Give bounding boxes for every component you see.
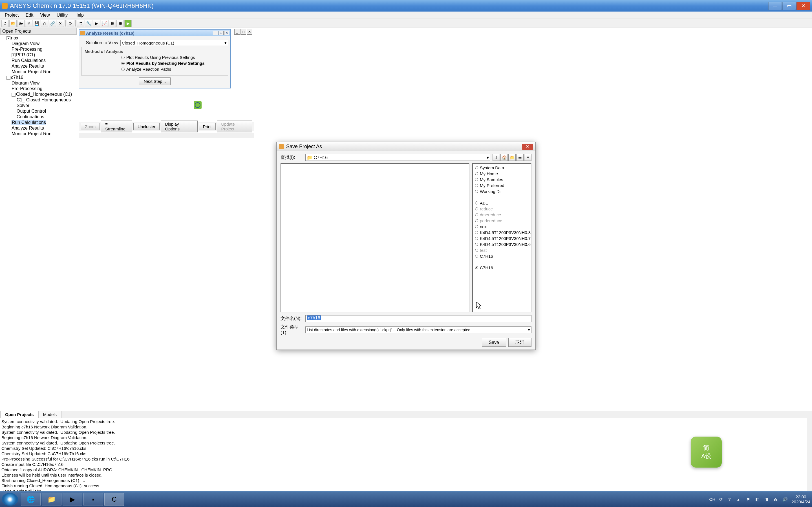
next-step-button[interactable]: Next Step...: [139, 77, 170, 85]
canvas-max-icon[interactable]: □: [241, 29, 246, 35]
tree-nox[interactable]: nox: [11, 36, 18, 40]
side-k2[interactable]: K4D4.5T1200P3V30NH0.7NO0.3: [474, 235, 530, 241]
inner-close-icon[interactable]: ✕: [224, 31, 229, 35]
tb-save-icon[interactable]: 💾: [33, 20, 40, 27]
maximize-button[interactable]: ▭: [782, 2, 796, 10]
side-nox[interactable]: nox: [474, 224, 530, 230]
tree-c7-closed[interactable]: Closed_Homogeneous (C1): [16, 92, 72, 97]
radio-reaction[interactable]: [121, 68, 124, 71]
tray-flag-icon[interactable]: ⚑: [746, 497, 751, 502]
menu-view[interactable]: View: [37, 12, 53, 18]
tree-nox-pfr[interactable]: PFR (C1): [16, 52, 35, 57]
log-panel[interactable]: System connectivity validated. Updating …: [0, 418, 812, 491]
tray-app2-icon[interactable]: ◨: [764, 497, 769, 502]
side-abe[interactable]: ABE: [474, 200, 530, 206]
radio-new[interactable]: [121, 62, 124, 65]
tree-nox-analyze[interactable]: Analyze Results: [11, 63, 75, 69]
tray-volume-icon[interactable]: 🔊: [782, 497, 788, 502]
side-test[interactable]: test: [474, 247, 530, 253]
dialog-titlebar[interactable]: Save Project As ✕: [276, 142, 536, 151]
solution-select[interactable]: Closed_Homogeneous (C1) ▾: [120, 40, 228, 46]
side-k3[interactable]: K4D4.5T1200P3V30NH0.6NO0.4: [474, 241, 530, 247]
start-button[interactable]: [2, 493, 18, 506]
file-list[interactable]: [281, 163, 469, 313]
tb-wrench-icon[interactable]: 🔧: [85, 20, 92, 27]
tree-nox-run[interactable]: Run Calculations: [11, 58, 75, 63]
tree-nox-diagram[interactable]: Diagram View: [11, 41, 75, 47]
task-cmd[interactable]: ▪: [84, 493, 103, 506]
tb-table-icon[interactable]: ▦: [109, 20, 116, 27]
task-media[interactable]: ▶: [63, 493, 82, 506]
menu-utility[interactable]: Utility: [53, 12, 71, 18]
task-chemkin[interactable]: C: [104, 493, 124, 506]
lookin-select[interactable]: 📁 C7H16 ▾: [305, 154, 490, 161]
inner-max-icon[interactable]: □: [218, 31, 223, 35]
project-tree[interactable]: -nox Diagram View Pre-Processing +PFR (C…: [0, 35, 77, 137]
side-myhome[interactable]: My Home: [474, 171, 530, 177]
tb-saveall-icon[interactable]: ⎙: [41, 20, 48, 27]
tree-c7-solver[interactable]: Solver: [17, 103, 75, 108]
uncluster-button[interactable]: Uncluster: [133, 123, 160, 130]
side-c7h16-a[interactable]: C7H16: [474, 253, 530, 259]
dialog-list-icon[interactable]: ☰: [516, 154, 523, 161]
side-reduce[interactable]: reduce: [474, 206, 530, 212]
filename-input[interactable]: c7h16: [305, 315, 531, 322]
tb-link-icon[interactable]: 🔗: [49, 20, 56, 27]
tray-network-icon[interactable]: 🖧: [773, 497, 778, 502]
side-mysamples[interactable]: My Samples: [474, 177, 530, 182]
inner-min-icon[interactable]: _: [213, 31, 218, 35]
ime-float-widget[interactable]: 简 A设: [691, 437, 722, 467]
tree-c7-monitor[interactable]: Monitor Project Run: [11, 131, 75, 136]
tb-open-icon[interactable]: 📂: [9, 20, 17, 27]
task-ie[interactable]: 🌐: [21, 493, 41, 506]
tb-chem-icon[interactable]: ⚗: [77, 20, 84, 27]
display-options-button[interactable]: Display Options: [161, 121, 197, 132]
canvas-close-icon[interactable]: ✕: [247, 29, 252, 35]
tree-c7-cont[interactable]: Continuations: [17, 114, 75, 120]
canvas-min-icon[interactable]: _: [234, 29, 240, 35]
close-button[interactable]: ✕: [797, 2, 810, 10]
tray-help-icon[interactable]: ?: [728, 497, 733, 502]
tree-nox-prep[interactable]: Pre-Processing: [11, 47, 75, 52]
tree-c7-closed-sub[interactable]: C1_ Closed Homogeneous: [17, 97, 75, 103]
side-mypreferred[interactable]: My Preferred: [474, 182, 530, 188]
filetype-select[interactable]: List directories and files with extensio…: [305, 327, 531, 333]
tb-refresh-icon[interactable]: ⟳: [67, 20, 74, 27]
tb-play-icon[interactable]: ▶: [124, 20, 132, 27]
update-project-button[interactable]: Update Project: [217, 121, 252, 132]
dialog-details-icon[interactable]: ≡: [524, 154, 531, 161]
tab-models[interactable]: Models: [38, 411, 61, 418]
menu-edit[interactable]: Edit: [22, 12, 37, 18]
tb-new-icon[interactable]: 🗋: [1, 20, 9, 27]
menu-help[interactable]: Help: [71, 12, 87, 18]
tree-c7h16[interactable]: c7h16: [11, 75, 23, 80]
zoom-button[interactable]: Zoom: [81, 123, 100, 130]
tray-clock[interactable]: 22:00 2020/4/24: [792, 494, 810, 504]
side-c7h16-b[interactable]: C7H16: [474, 265, 530, 271]
menu-project[interactable]: Project: [1, 12, 22, 18]
save-button[interactable]: Save: [482, 338, 506, 347]
radio-prev[interactable]: [121, 56, 124, 59]
tb-delete-icon[interactable]: ✕: [57, 20, 64, 27]
tree-c7-output[interactable]: Output Control: [17, 108, 75, 114]
minimize-button[interactable]: ─: [768, 2, 782, 10]
print-button[interactable]: Print: [199, 123, 216, 130]
tree-nox-monitor[interactable]: Monitor Project Run: [11, 69, 75, 75]
tray-chevron-icon[interactable]: ▴: [737, 497, 742, 502]
tree-c7-diagram[interactable]: Diagram View: [11, 80, 75, 86]
side-podereduce[interactable]: podereduce: [474, 218, 530, 224]
tb-folder-icon[interactable]: 🗁: [17, 20, 24, 27]
analyze-titlebar[interactable]: Analyze Results (c7h16) _ □ ✕: [79, 30, 231, 36]
tree-c7-run[interactable]: Run Calculations: [11, 120, 46, 125]
tree-c7-prep[interactable]: Pre-Processing: [11, 86, 75, 92]
dialog-home-icon[interactable]: 🏠: [500, 154, 508, 161]
log-scrollbar[interactable]: [807, 418, 812, 491]
tb-chart-icon[interactable]: 📈: [101, 20, 108, 27]
streamline-button[interactable]: Streamline: [101, 121, 132, 132]
dialog-up-icon[interactable]: ⤴: [493, 154, 500, 161]
tb-run-icon[interactable]: ▶: [93, 20, 100, 27]
tray-ime[interactable]: CH: [709, 497, 716, 502]
tb-copy-icon[interactable]: ⎘: [25, 20, 33, 27]
side-systemdata[interactable]: System Data: [474, 165, 530, 171]
dialog-newfolder-icon[interactable]: 📁: [508, 154, 516, 161]
